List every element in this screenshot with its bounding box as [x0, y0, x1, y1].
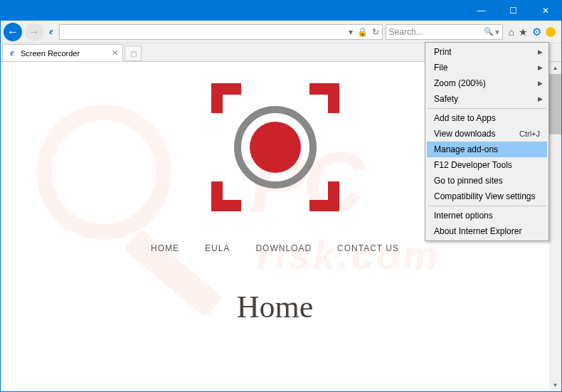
menu-item-safety[interactable]: Safety▶ [427, 91, 547, 107]
scroll-thumb[interactable] [549, 74, 561, 134]
search-placeholder: Search... [389, 27, 423, 37]
menu-shortcut: Ctrl+J [519, 129, 540, 138]
tab-active[interactable]: e Screen Recorder ✕ [2, 44, 123, 61]
favorites-icon[interactable]: ★ [519, 26, 528, 38]
submenu-arrow-icon: ▶ [538, 48, 543, 55]
maximize-button[interactable]: ☐ [497, 1, 529, 21]
submenu-arrow-icon: ▶ [538, 80, 543, 87]
ie-icon: e [46, 27, 56, 37]
new-tab-button[interactable]: ▢ [124, 46, 142, 61]
record-logo [211, 83, 339, 211]
menu-item-internet-options[interactable]: Internet options [427, 208, 547, 223]
search-caret-icon[interactable]: ▾ [495, 27, 499, 37]
address-bar[interactable]: ▾ 🔒 ↻ [59, 24, 383, 40]
tab-close-icon[interactable]: ✕ [112, 48, 118, 58]
search-dropdown-icon[interactable]: 🔍 [484, 27, 494, 36]
submenu-arrow-icon: ▶ [538, 95, 543, 102]
vertical-scrollbar[interactable]: ▲ ▼ [549, 62, 561, 391]
tools-menu[interactable]: Print▶File▶Zoom (200%)▶Safety▶Add site t… [425, 42, 549, 241]
nav-eula[interactable]: EULA [205, 243, 230, 253]
tab-favicon: e [7, 48, 17, 58]
menu-item-add-site-to-apps[interactable]: Add site to Apps [427, 110, 547, 126]
site-nav: HOME EULA DOWNLOAD CONTACT US [151, 243, 399, 253]
address-dropdown-icon[interactable]: ▾ [349, 27, 353, 37]
nav-toolbar: ← → e ▾ 🔒 ↻ Search... 🔍 ▾ ⌂ ★ ⚙ [1, 21, 561, 43]
scroll-down-button[interactable]: ▼ [549, 379, 561, 391]
menu-item-about-internet-explorer[interactable]: About Internet Explorer [427, 223, 547, 239]
menu-item-compatibility-view-settings[interactable]: Compatibility View settings [427, 189, 547, 204]
menu-item-view-downloads[interactable]: View downloadsCtrl+J [427, 126, 547, 142]
home-icon[interactable]: ⌂ [509, 26, 514, 38]
menu-item-zoom-200[interactable]: Zoom (200%)▶ [427, 75, 547, 91]
minimize-button[interactable]: — [465, 1, 497, 21]
lock-icon[interactable]: 🔒 [357, 27, 368, 37]
forward-button[interactable]: → [25, 23, 43, 41]
back-button[interactable]: ← [4, 23, 22, 41]
nav-home[interactable]: HOME [151, 243, 179, 253]
gear-icon[interactable]: ⚙ [532, 26, 541, 38]
nav-contact[interactable]: CONTACT US [337, 243, 399, 253]
submenu-arrow-icon: ▶ [538, 64, 543, 71]
tab-title: Screen Recorder [21, 49, 80, 58]
scroll-up-button[interactable]: ▲ [549, 62, 561, 74]
menu-item-file[interactable]: File▶ [427, 60, 547, 75]
close-button[interactable]: ✕ [529, 1, 561, 21]
menu-separator [428, 108, 546, 109]
title-bar: — ☐ ✕ [1, 1, 561, 21]
menu-item-f12-developer-tools[interactable]: F12 Developer Tools [427, 157, 547, 173]
menu-separator [428, 206, 546, 206]
menu-item-go-to-pinned-sites[interactable]: Go to pinned sites [427, 173, 547, 189]
nav-download[interactable]: DOWNLOAD [255, 243, 312, 253]
menu-item-print[interactable]: Print▶ [427, 44, 547, 60]
feedback-icon[interactable] [546, 27, 556, 37]
page-heading: Home [237, 289, 314, 325]
toolbar-icons: ⌂ ★ ⚙ [506, 26, 558, 38]
refresh-icon[interactable]: ↻ [372, 27, 379, 37]
menu-item-manage-add-ons[interactable]: Manage add-ons [427, 142, 547, 157]
search-box[interactable]: Search... 🔍 ▾ [386, 24, 503, 40]
